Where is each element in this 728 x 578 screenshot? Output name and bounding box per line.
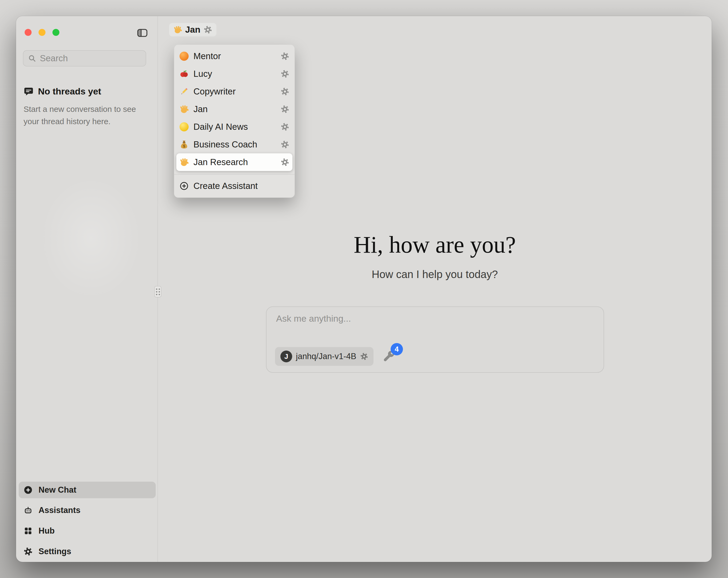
plus-outline-icon — [180, 181, 189, 191]
tools-button[interactable]: 4 — [383, 350, 396, 363]
gear-icon[interactable] — [281, 123, 289, 131]
minimize-button[interactable] — [38, 29, 46, 36]
menu-item-business-coach[interactable]: Business Coach — [174, 136, 294, 153]
gear-icon[interactable] — [281, 52, 289, 60]
settings-gear-icon — [24, 547, 33, 556]
empty-state-description: Start a new conversation to see your thr… — [24, 103, 144, 128]
waving-hand-icon — [180, 105, 189, 114]
sidebar-item-settings[interactable]: Settings — [19, 543, 156, 560]
search-icon — [28, 54, 37, 63]
assistants-icon — [24, 506, 33, 515]
sidebar-item-assistants[interactable]: Assistants — [19, 502, 156, 519]
model-avatar: J — [280, 351, 292, 362]
gear-icon[interactable] — [281, 158, 289, 167]
waving-hand-icon — [180, 158, 189, 167]
menu-item-daily-ai-news[interactable]: Daily AI News — [174, 118, 294, 136]
menu-item-jan[interactable]: Jan — [174, 100, 294, 118]
greeting-subtitle: How can I help you today? — [158, 269, 712, 280]
assistants-label: Assistants — [38, 505, 80, 515]
menu-item-copywriter[interactable]: Copywriter — [174, 83, 294, 100]
assistant-settings-icon[interactable] — [204, 25, 212, 34]
sidebar-toggle-icon — [137, 27, 148, 39]
pencil-icon — [180, 87, 189, 96]
plus-circle-icon — [24, 485, 33, 495]
new-chat-label: New Chat — [38, 485, 76, 495]
yellow-circle-icon — [180, 122, 189, 131]
model-name: janhq/Jan-v1-4B — [296, 352, 356, 361]
current-assistant-name: Jan — [185, 25, 200, 35]
orange-circle-icon — [180, 52, 189, 61]
menu-item-mentor[interactable]: Mentor — [174, 47, 294, 65]
app-window: No threads yet Start a new conversation … — [16, 16, 712, 562]
waving-hand-icon — [173, 25, 182, 34]
sidebar: No threads yet Start a new conversation … — [16, 16, 158, 562]
search-box — [23, 50, 146, 66]
gear-icon[interactable] — [281, 140, 289, 149]
menu-item-jan-research[interactable]: Jan Research — [176, 153, 292, 171]
menu-item-label: Copywriter — [193, 86, 236, 97]
sidebar-toggle-button[interactable] — [136, 27, 149, 39]
menu-item-label: Business Coach — [193, 140, 257, 150]
chat-input[interactable] — [276, 313, 594, 336]
chat-composer: J janhq/Jan-v1-4B 4 — [266, 306, 604, 373]
gear-icon[interactable] — [281, 105, 289, 114]
empty-state: No threads yet Start a new conversation … — [24, 86, 147, 128]
gear-icon[interactable] — [281, 87, 289, 96]
create-assistant-label: Create Assistant — [193, 181, 258, 191]
chat-bubble-icon — [24, 86, 34, 97]
model-selector[interactable]: J janhq/Jan-v1-4B — [275, 347, 373, 366]
hub-label: Hub — [38, 526, 55, 536]
menu-item-label: Lucy — [193, 69, 212, 79]
sidebar-item-hub[interactable]: Hub — [19, 523, 156, 539]
create-assistant-button[interactable]: Create Assistant — [174, 178, 294, 194]
tools-count-badge: 4 — [391, 343, 403, 355]
menu-item-lucy[interactable]: Lucy — [174, 65, 294, 83]
money-bag-icon — [180, 140, 189, 149]
menu-item-label: Daily AI News — [193, 122, 248, 132]
close-button[interactable] — [25, 29, 31, 36]
settings-label: Settings — [38, 547, 71, 556]
gear-icon[interactable] — [281, 70, 289, 78]
empty-state-title: No threads yet — [38, 86, 101, 97]
assistant-menu: Mentor Lucy Copywriter Jan Daily AI News — [174, 44, 295, 198]
menu-item-label: Mentor — [193, 51, 221, 61]
zoom-button[interactable] — [52, 29, 59, 36]
menu-item-label: Jan Research — [193, 157, 248, 167]
window-controls — [25, 29, 59, 36]
assistant-selector[interactable]: Jan — [169, 23, 216, 36]
main-area: Jan Mentor Lucy Copywriter Jan — [158, 16, 712, 562]
search-input[interactable] — [40, 53, 154, 64]
model-settings-icon[interactable] — [360, 352, 368, 360]
greeting-heading: Hi, how are you? — [158, 231, 712, 258]
menu-item-label: Jan — [193, 104, 208, 114]
sidebar-resize-handle[interactable] — [154, 286, 161, 297]
sidebar-glow — [40, 177, 142, 300]
sidebar-item-new-chat[interactable]: New Chat — [19, 482, 156, 498]
apple-icon — [180, 69, 189, 78]
hub-grid-icon — [24, 526, 33, 535]
